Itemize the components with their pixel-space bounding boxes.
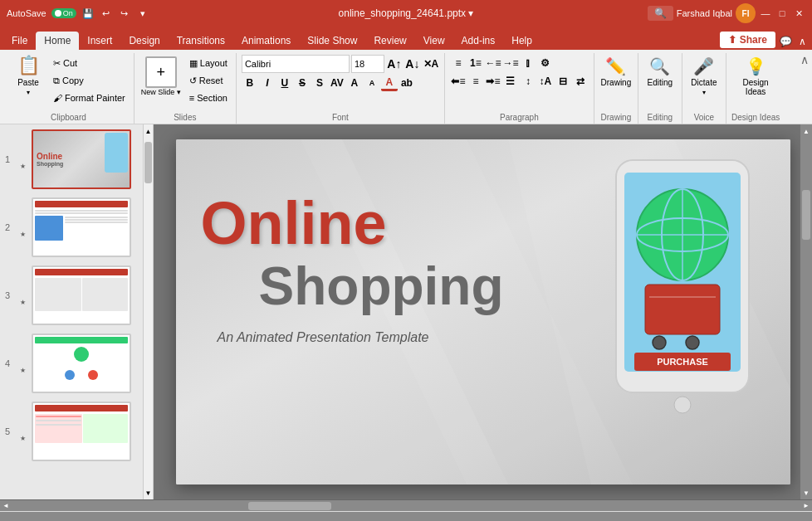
- drawing-icon: ✏️: [605, 56, 626, 76]
- align-text-button[interactable]: ⊟: [555, 73, 571, 90]
- line-spacing-button[interactable]: ↕: [520, 73, 536, 90]
- slide-img-1[interactable]: Online Shopping: [32, 129, 131, 189]
- phone-graphic: PURCHASE: [599, 152, 766, 450]
- ribbon-collapse-icon[interactable]: ∧: [800, 53, 809, 66]
- editing-icon: 🔍: [649, 56, 670, 76]
- decrease-indent-button[interactable]: ←≡: [485, 55, 501, 71]
- clipboard-label: Clipboard: [51, 111, 86, 124]
- autosave-toggle[interactable]: On: [51, 8, 76, 18]
- maximize-button[interactable]: □: [775, 7, 789, 20]
- close-button[interactable]: ✕: [792, 7, 805, 20]
- font-family-input[interactable]: [242, 55, 350, 73]
- paste-button[interactable]: 📋 Paste ▾: [8, 55, 48, 96]
- font-size-large[interactable]: A: [346, 75, 363, 91]
- section-button[interactable]: ≡ Section: [186, 90, 231, 106]
- tab-design[interactable]: Design: [120, 32, 168, 50]
- slide-panel-scrollbar[interactable]: ▲ ▼: [143, 124, 153, 499]
- share-button[interactable]: ⬆ Share: [720, 32, 775, 48]
- editing-label: Editing: [648, 111, 673, 124]
- underline-button[interactable]: U: [276, 75, 293, 91]
- tab-transitions[interactable]: Transitions: [169, 32, 233, 50]
- tab-review[interactable]: Review: [365, 32, 414, 50]
- design-ideas-button[interactable]: 💡 Design Ideas: [739, 55, 772, 98]
- canvas-scroll-down[interactable]: ▼: [803, 486, 810, 499]
- tab-insert[interactable]: Insert: [79, 32, 120, 50]
- slide-canvas[interactable]: Online Shopping An Animated Presentation…: [176, 139, 790, 484]
- smart-art-button[interactable]: ⚙: [537, 55, 554, 71]
- format-painter-button[interactable]: 🖌 Format Painter: [50, 90, 129, 106]
- paragraph-group: ≡ 1≡ ←≡ →≡ ⫿ ⚙ ⬅≡ ≡ ➡≡ ☰ ↕ ↕A ⊟ ⇄ Paragr…: [445, 53, 594, 124]
- strikethrough-button[interactable]: S: [294, 75, 311, 91]
- slide-thumb-2[interactable]: 2 ★: [3, 196, 149, 259]
- tab-slideshow[interactable]: Slide Show: [299, 32, 365, 50]
- slide-img-2[interactable]: [32, 197, 131, 257]
- h-scroll-right[interactable]: ►: [800, 500, 812, 512]
- bold-button[interactable]: B: [242, 75, 258, 91]
- h-scroll-thumb[interactable]: [248, 502, 331, 510]
- comments-button[interactable]: 💬: [779, 35, 792, 48]
- tab-addins[interactable]: Add-ins: [453, 32, 504, 50]
- shadow-button[interactable]: S: [311, 75, 328, 91]
- slide-subtitle: An Animated Presentation Template: [218, 330, 429, 345]
- scroll-up-button[interactable]: ▲: [144, 124, 153, 138]
- tab-home[interactable]: Home: [36, 32, 79, 50]
- dictate-button[interactable]: 🎤 Dictate ▾: [687, 55, 721, 98]
- ribbon-collapse-button[interactable]: ∧: [795, 35, 809, 48]
- increase-indent-button[interactable]: →≡: [502, 55, 519, 71]
- undo-icon[interactable]: ↩: [100, 7, 113, 20]
- slide-thumb-4[interactable]: 4 ★: [3, 332, 149, 395]
- editing-button[interactable]: 🔍 Editing: [643, 55, 677, 89]
- italic-button[interactable]: I: [259, 75, 276, 91]
- copy-button[interactable]: ⧉ Copy: [50, 72, 129, 89]
- slide-thumb-3[interactable]: 3 ★: [3, 264, 149, 327]
- align-right-button[interactable]: ➡≡: [485, 73, 501, 90]
- scroll-thumb[interactable]: [144, 142, 152, 183]
- columns-button[interactable]: ⫿: [520, 55, 536, 71]
- highlight-color-button[interactable]: ab: [399, 75, 415, 91]
- search-box[interactable]: 🔍: [648, 6, 673, 21]
- dictate-icon: 🎤: [693, 56, 714, 76]
- cut-button[interactable]: ✂ Cut: [50, 55, 129, 71]
- layout-button[interactable]: ▦ Layout: [186, 55, 231, 71]
- share-icon: ⬆: [728, 34, 736, 46]
- tab-view[interactable]: View: [415, 32, 453, 50]
- user-avatar[interactable]: FI: [736, 3, 756, 23]
- save-icon[interactable]: 💾: [81, 7, 95, 20]
- font-color-button[interactable]: A: [381, 75, 398, 91]
- slide-thumb-1[interactable]: 1 ★ Online Shopping: [3, 128, 149, 191]
- new-slide-button[interactable]: + New Slide ▾: [139, 55, 183, 98]
- reset-button[interactable]: ↺ Reset: [186, 72, 231, 89]
- convert-smartart-button[interactable]: ⇄: [572, 73, 589, 90]
- scroll-down-button[interactable]: ▼: [144, 486, 153, 499]
- canvas-scroll-up[interactable]: ▲: [803, 124, 810, 138]
- redo-icon[interactable]: ↪: [118, 7, 131, 20]
- autosave-label: AutoSave: [7, 8, 46, 18]
- numbering-button[interactable]: 1≡: [467, 55, 484, 71]
- drawing-button[interactable]: ✏️ Drawing: [599, 55, 633, 89]
- tab-help[interactable]: Help: [503, 32, 541, 50]
- align-center-button[interactable]: ≡: [467, 73, 484, 90]
- tab-file[interactable]: File: [3, 32, 36, 50]
- bullets-button[interactable]: ≡: [450, 55, 467, 71]
- slide-thumb-5[interactable]: 5 ★: [3, 400, 149, 463]
- decrease-font-button[interactable]: A↓: [404, 56, 421, 72]
- justify-button[interactable]: ☰: [502, 73, 519, 90]
- text-direction-button[interactable]: ↕A: [537, 73, 554, 90]
- titlebar-right: 🔍 Farshad Iqbal FI — □ ✕: [648, 3, 805, 23]
- slide-img-4[interactable]: [32, 334, 131, 393]
- align-left-button[interactable]: ⬅≡: [450, 73, 467, 90]
- svg-rect-11: [645, 285, 720, 334]
- canvas-scroll-thumb[interactable]: [802, 190, 810, 240]
- char-spacing-button[interactable]: AV: [329, 75, 345, 91]
- h-scroll-left[interactable]: ◄: [0, 500, 12, 512]
- tab-animations[interactable]: Animations: [233, 32, 299, 50]
- font-size-input[interactable]: [351, 55, 384, 73]
- slide-img-5[interactable]: [32, 402, 131, 461]
- increase-font-button[interactable]: A↑: [386, 56, 403, 72]
- minimize-button[interactable]: —: [759, 7, 772, 20]
- font-size-small[interactable]: A: [364, 75, 380, 91]
- layout-icon: ▦: [189, 58, 198, 69]
- customize-icon[interactable]: ▾: [136, 7, 149, 20]
- slide-img-3[interactable]: [32, 265, 131, 325]
- clear-format-button[interactable]: ✕A: [423, 56, 439, 72]
